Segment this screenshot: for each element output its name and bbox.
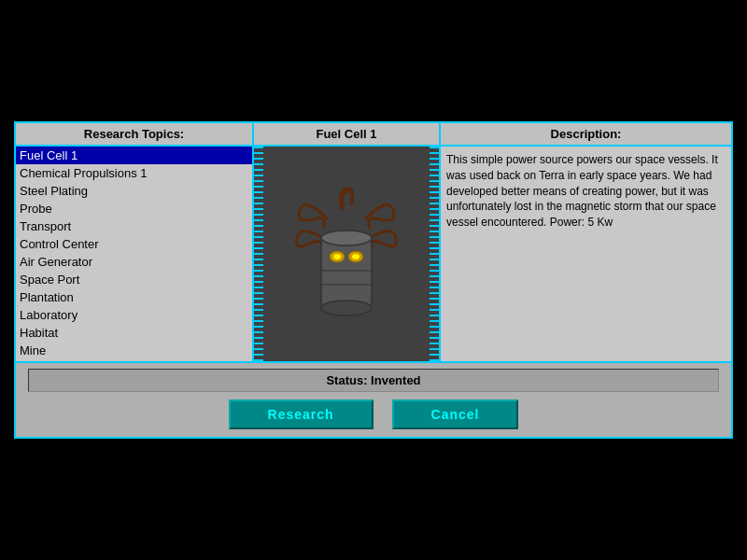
research-list[interactable]: Fuel Cell 1Chemical Propulsions 1Steel P… (16, 147, 252, 361)
research-topics-header: Research Topics: (16, 123, 252, 147)
description-text: This simple power source powers our spac… (441, 147, 731, 361)
left-panel: Research Topics: Fuel Cell 1Chemical Pro… (16, 123, 254, 361)
list-item[interactable]: Solar Power Plant (16, 359, 252, 361)
svg-point-6 (352, 254, 359, 259)
svg-point-4 (333, 254, 341, 259)
research-button[interactable]: Research (229, 399, 374, 429)
list-item[interactable]: Space Port (16, 271, 252, 288)
svg-point-1 (321, 231, 372, 245)
list-item[interactable]: Mine (16, 342, 252, 359)
fuel-cell-header: Fuel Cell 1 (254, 123, 439, 147)
list-item[interactable]: Air Generator (16, 253, 252, 271)
list-item[interactable]: Fuel Cell 1 (16, 147, 252, 164)
item-image-area (254, 147, 439, 361)
stripe-right (430, 147, 439, 361)
list-item[interactable]: Laboratory (16, 306, 252, 324)
list-item[interactable]: Probe (16, 200, 252, 217)
button-row: Research Cancel (229, 399, 519, 429)
right-panel: Description: This simple power source po… (441, 123, 731, 361)
middle-panel: Fuel Cell 1 (254, 123, 441, 361)
status-bar: Status: Invented (28, 369, 719, 392)
list-item[interactable]: Transport (16, 217, 252, 235)
description-header: Description: (441, 123, 731, 147)
bottom-area: Status: Invented Research Cancel (16, 361, 731, 437)
list-container: Fuel Cell 1Chemical Propulsions 1Steel P… (16, 147, 252, 361)
stripe-container (254, 147, 439, 361)
fuel-cell-svg (295, 187, 398, 322)
list-item[interactable]: Control Center (16, 235, 252, 253)
list-item[interactable]: Chemical Propulsions 1 (16, 164, 252, 182)
svg-point-2 (321, 301, 372, 315)
research-dialog: Research Topics: Fuel Cell 1Chemical Pro… (14, 121, 733, 439)
stripe-left (254, 147, 263, 361)
list-item[interactable]: Plantation (16, 288, 252, 306)
image-center (263, 147, 430, 361)
list-item[interactable]: Steel Plating (16, 182, 252, 200)
svg-rect-0 (321, 238, 372, 308)
list-item[interactable]: Habitat (16, 324, 252, 342)
cancel-button[interactable]: Cancel (392, 399, 519, 429)
